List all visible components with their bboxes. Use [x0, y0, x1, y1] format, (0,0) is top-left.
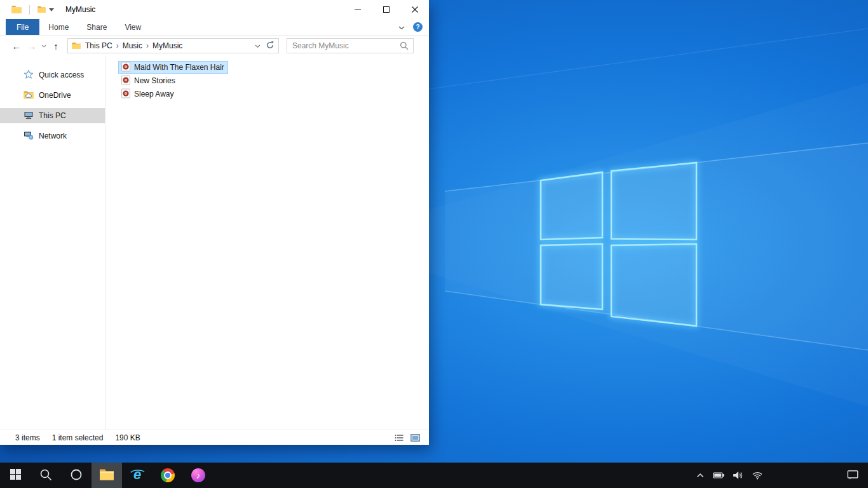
file-item[interactable]: Sleep Away — [118, 88, 178, 100]
sidebar-item-label: Quick access — [39, 71, 84, 79]
details-view-button[interactable] — [393, 432, 405, 444]
network-icon — [24, 130, 34, 142]
recent-locations-chevron-icon[interactable] — [39, 44, 48, 48]
file-list: Maid With The Flaxen Hair New Stories Sl… — [105, 56, 429, 430]
show-hidden-icons-chevron-icon[interactable] — [696, 473, 704, 478]
volume-icon[interactable] — [733, 471, 743, 480]
search-icon — [39, 468, 52, 483]
qat-customize-chevron-icon[interactable] — [49, 8, 54, 11]
item-count: 3 items — [15, 433, 40, 442]
address-folder-icon — [72, 42, 81, 50]
taskbar: e ♪ — [0, 463, 868, 488]
navigation-bar: ← → ↑ This PC › Music › MyMusic — [0, 36, 429, 56]
audio-file-icon — [121, 62, 131, 74]
sidebar-item-label: Network — [39, 132, 67, 140]
computer-icon — [24, 110, 34, 122]
audio-file-icon — [121, 88, 131, 100]
window-folder-icon — [11, 5, 22, 14]
battery-icon[interactable] — [713, 471, 724, 480]
window-controls — [343, 0, 429, 19]
close-button[interactable] — [400, 0, 429, 19]
svg-text:e: e — [133, 466, 141, 482]
system-tray — [696, 463, 763, 488]
taskbar-search-button[interactable] — [31, 463, 61, 488]
breadcrumb-mymusic[interactable]: MyMusic — [149, 41, 186, 50]
forward-button[interactable]: → — [24, 41, 39, 51]
search-box — [287, 38, 414, 53]
minimize-button[interactable] — [343, 0, 372, 19]
taskbar-file-explorer-button[interactable] — [92, 463, 122, 488]
sidebar-item-label: This PC — [39, 111, 66, 120]
action-center-icon — [847, 470, 858, 482]
action-center-button[interactable] — [837, 463, 868, 488]
ribbon-tab-bar: File Home Share View ? — [0, 19, 429, 36]
audio-file-icon — [121, 75, 131, 87]
file-explorer-window: MyMusic File Home Share View ? ← → — [0, 0, 429, 445]
taskbar-internet-explorer-button[interactable]: e — [122, 463, 153, 488]
chrome-icon — [161, 468, 175, 482]
internet-explorer-icon: e — [129, 466, 146, 485]
onedrive-folder-icon — [24, 90, 34, 102]
explorer-body: Quick access OneDrive This PC Network — [0, 56, 429, 430]
tab-view-label: View — [125, 23, 141, 32]
back-button[interactable]: ← — [9, 41, 24, 51]
search-input[interactable] — [287, 41, 400, 50]
file-explorer-folder-icon — [99, 468, 114, 483]
tab-view[interactable]: View — [116, 19, 150, 35]
maximize-button[interactable] — [372, 0, 400, 19]
tab-home[interactable]: Home — [39, 19, 78, 35]
taskbar-chrome-button[interactable] — [153, 463, 183, 488]
file-item[interactable]: New Stories — [118, 74, 179, 87]
windows-start-icon — [10, 469, 21, 482]
sidebar-item-onedrive[interactable]: OneDrive — [0, 88, 105, 103]
tab-file[interactable]: File — [6, 19, 39, 35]
taskbar-itunes-button[interactable]: ♪ — [183, 463, 214, 488]
quick-access-toolbar-icon[interactable] — [37, 6, 46, 13]
tab-file-label: File — [17, 23, 29, 32]
status-bar: 3 items 1 item selected 190 KB — [0, 430, 429, 445]
address-dropdown-chevron-icon[interactable] — [255, 41, 261, 50]
toolbar-divider — [29, 5, 30, 15]
ribbon-expand-chevron-icon[interactable] — [398, 23, 405, 32]
breadcrumb-this-pc[interactable]: This PC — [82, 41, 116, 50]
start-button[interactable] — [0, 463, 31, 488]
navigation-pane: Quick access OneDrive This PC Network — [0, 56, 105, 430]
window-title: MyMusic — [65, 5, 95, 14]
titlebar[interactable]: MyMusic — [0, 0, 429, 19]
selection-size: 190 KB — [115, 433, 140, 442]
sidebar-item-network[interactable]: Network — [0, 128, 105, 144]
address-bar[interactable]: This PC › Music › MyMusic — [67, 38, 279, 53]
help-glyph: ? — [416, 24, 419, 30]
refresh-icon[interactable] — [266, 41, 275, 51]
itunes-icon: ♪ — [191, 468, 205, 482]
breadcrumb-music[interactable]: Music — [119, 41, 146, 50]
sidebar-item-this-pc[interactable]: This PC — [0, 108, 105, 123]
file-name: Maid With The Flaxen Hair — [134, 63, 224, 72]
file-name: Sleep Away — [134, 90, 174, 98]
cortana-icon — [70, 468, 83, 483]
help-button[interactable]: ? — [413, 22, 423, 32]
wifi-icon[interactable] — [752, 471, 763, 480]
file-name: New Stories — [134, 76, 175, 85]
search-icon[interactable] — [400, 41, 409, 50]
tab-share[interactable]: Share — [78, 19, 116, 35]
selection-count: 1 item selected — [52, 433, 104, 442]
star-icon — [24, 69, 34, 81]
up-button[interactable]: ↑ — [48, 41, 64, 51]
sidebar-item-label: OneDrive — [39, 91, 71, 100]
large-icons-view-button[interactable] — [409, 432, 421, 444]
sidebar-item-quick-access[interactable]: Quick access — [0, 67, 105, 83]
tab-share-label: Share — [86, 23, 107, 32]
cortana-button[interactable] — [61, 463, 92, 488]
file-item[interactable]: Maid With The Flaxen Hair — [118, 61, 228, 74]
tab-home-label: Home — [48, 23, 69, 32]
